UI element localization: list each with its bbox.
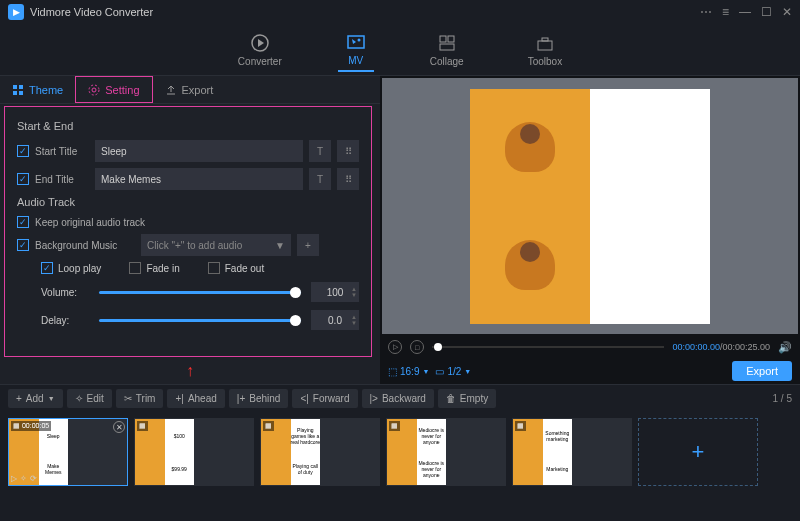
nav-mv[interactable]: MV [338,28,374,72]
end-title-label: End Title [35,174,89,185]
delay-value[interactable]: 0.0▲▼ [311,310,359,330]
end-title-input[interactable] [95,168,303,190]
scissors-icon: ✂ [124,393,132,404]
main-nav: Converter MV Collage Toolbox [0,24,800,76]
svg-rect-11 [19,85,23,89]
maximize-icon[interactable]: ☐ [761,5,772,19]
timeline-thumb[interactable]: ▦ Playing games like a real hardcorePlay… [260,418,380,486]
backward-icon: |> [370,393,378,404]
bg-music-checkbox[interactable] [17,239,29,251]
tab-setting[interactable]: Setting [75,76,152,103]
text-style-button[interactable]: T [309,168,331,190]
edit-button[interactable]: ✧Edit [67,389,112,408]
export-button[interactable]: Export [732,361,792,381]
volume-slider[interactable] [99,291,301,294]
volume-label: Volume: [41,287,89,298]
menu-icon[interactable]: ≡ [722,5,729,19]
keep-audio-label: Keep original audio track [35,217,145,228]
chevron-down-icon: ▼ [275,240,285,251]
start-title-input[interactable] [95,140,303,162]
fadeout-label: Fade out [225,263,264,274]
bg-music-label: Background Music [35,240,135,251]
loop-icon[interactable]: ⟳ [30,474,37,483]
volume-icon[interactable]: 🔊 [778,341,792,354]
fadeout-checkbox[interactable] [208,262,220,274]
volume-value[interactable]: 100▲▼ [311,282,359,302]
keep-audio-checkbox[interactable] [17,216,29,228]
nav-converter[interactable]: Converter [230,29,290,71]
grid-button[interactable]: ⠿ [337,140,359,162]
timeline-thumb[interactable]: ▦ Something marketingMarketing [512,418,632,486]
collage-icon [437,33,457,53]
fadein-checkbox[interactable] [129,262,141,274]
text-style-button[interactable]: T [309,140,331,162]
tab-label: Export [182,84,214,96]
loop-checkbox[interactable] [41,262,53,274]
behind-button[interactable]: |+Behind [229,389,289,408]
tab-export[interactable]: Export [153,76,226,103]
delay-slider[interactable] [99,319,301,322]
delay-label: Delay: [41,315,89,326]
app-title: Vidmore Video Converter [30,6,153,18]
trim-button[interactable]: ✂Trim [116,389,164,408]
nav-label: MV [348,55,363,66]
forward-button[interactable]: <|Forward [292,389,357,408]
nav-toolbox[interactable]: Toolbox [520,29,570,71]
page-indicator: 1 / 5 [773,393,792,404]
aspect-ratio-button[interactable]: ⬚16:9▼ [388,366,429,377]
preview-area [382,78,798,334]
add-button[interactable]: +Add▼ [8,389,63,408]
end-title-checkbox[interactable] [17,173,29,185]
start-title-checkbox[interactable] [17,145,29,157]
nav-label: Collage [430,56,464,67]
progress-bar[interactable] [432,346,664,348]
edit-icon: ✧ [75,393,83,404]
bg-music-dropdown[interactable]: Click "+" to add audio ▼ [141,234,291,256]
close-icon[interactable]: ✕ [782,5,792,19]
toolbox-icon [535,33,555,53]
nav-collage[interactable]: Collage [422,29,472,71]
thumb-remove-button[interactable]: ✕ [113,421,125,433]
svg-rect-6 [448,36,454,42]
add-audio-button[interactable]: + [297,234,319,256]
start-end-heading: Start & End [17,120,359,132]
timeline-thumb[interactable]: ▦ 00:00:05 ✕ SleepMake Memes ▷✧⟳ [8,418,128,486]
svg-point-15 [89,85,99,95]
stop-button[interactable]: □ [410,340,424,354]
svg-rect-9 [542,38,548,41]
grid-button[interactable]: ⠿ [337,168,359,190]
timeline-thumb[interactable]: ▦ Mediocre is never for anyoneMediocre i… [386,418,506,486]
nav-label: Converter [238,56,282,67]
display-mode-button[interactable]: ▭1/2▼ [435,366,471,377]
tab-label: Theme [29,84,63,96]
app-logo: ▶ [8,4,24,20]
tab-label: Setting [105,84,139,96]
timeline-thumb[interactable]: ▦ $100$99.99 [134,418,254,486]
setting-panel: Start & End Start Title T ⠿ End Title T … [4,106,372,357]
gear-icon [88,84,100,96]
tab-theme[interactable]: Theme [0,76,75,103]
edit-icon[interactable]: ✧ [20,474,27,483]
behind-icon: |+ [237,393,245,404]
backward-button[interactable]: |>Backward [362,389,434,408]
thumb-img-icon: ▦ [137,421,148,431]
empty-button[interactable]: 🗑Empty [438,389,496,408]
more-icon[interactable]: ⋯ [700,5,712,19]
play-icon[interactable]: ▷ [11,474,17,483]
export-icon [165,84,177,96]
svg-rect-10 [13,85,17,89]
thumb-duration: ▦ 00:00:05 [11,421,51,431]
plus-icon: + [16,393,22,404]
ahead-button[interactable]: +|Ahead [167,389,224,408]
minimize-icon[interactable]: — [739,5,751,19]
thumb-img-icon: ▦ [515,421,526,431]
converter-icon [250,33,270,53]
play-button[interactable]: ▷ [388,340,402,354]
forward-icon: <| [300,393,308,404]
svg-rect-5 [440,36,446,42]
ahead-icon: +| [175,393,183,404]
audio-heading: Audio Track [17,196,359,208]
svg-rect-13 [19,91,23,95]
add-thumb-button[interactable]: + [638,418,758,486]
svg-marker-3 [352,39,356,44]
